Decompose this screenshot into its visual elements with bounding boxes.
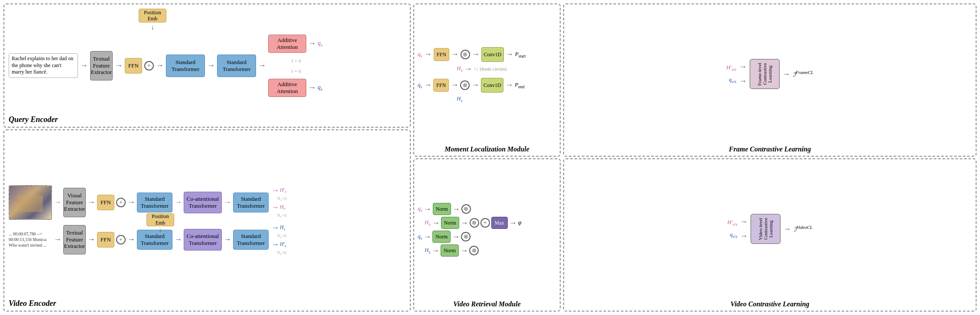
- video-cl-label: Video Contrastive Learning: [730, 300, 809, 308]
- text-extractor-video: Textual Feature Extractor: [63, 225, 86, 254]
- vr-norm2: Norm: [441, 217, 459, 229]
- video-retrieval-label: Video Retrieval Module: [453, 300, 521, 308]
- arrow3: →: [156, 61, 164, 70]
- video-encoder-label: Video Encoder: [9, 299, 56, 308]
- dim1: 1 × d: [269, 58, 323, 63]
- arrow-v2: →: [88, 198, 95, 207]
- arrow-hv-prime: →: [271, 186, 279, 195]
- ml-qs: qs: [418, 81, 422, 89]
- vr-phi: φ: [518, 219, 522, 226]
- video-cl-section: H'v/s qv/s → → Video-level Contrastive L…: [563, 158, 977, 312]
- co-attn-v1: Co-attentional Transformer: [184, 192, 222, 213]
- hs-prime-label: H's: [280, 241, 286, 248]
- ml-pstart: Pstart: [515, 51, 526, 58]
- ml-ffn1: FFN: [434, 48, 449, 61]
- moment-localization-section: qv → FFN → ⊗ → Conv1D → Pstart: [413, 3, 561, 157]
- visual-extractor: Visual Feature Extractor: [63, 188, 86, 217]
- ml-conv1d-1: Conv1D: [481, 47, 504, 62]
- arrow-hv: →: [271, 203, 279, 212]
- ml-mult2: ⊗: [460, 80, 470, 90]
- vr-mult2: ⊗: [470, 218, 479, 228]
- fcl-output: ℐFrameCL: [793, 70, 814, 78]
- frame-cl-label: Frame Contrastive Learning: [729, 145, 811, 153]
- vr-qv: qv: [418, 205, 422, 213]
- std-transformer-v1: Standard Transformer: [137, 193, 172, 212]
- standard-transformer-2: Standard Transformer: [217, 55, 256, 77]
- vcl-block: Video-level Contrastive Learning: [750, 214, 781, 244]
- hv-prime-label: H'v: [280, 187, 286, 194]
- arrow-visual: →: [54, 198, 62, 207]
- co-attn-v2: Co-attentional Transformer: [184, 229, 222, 251]
- hs-label: Hs: [280, 224, 285, 231]
- arrow-t5: →: [224, 235, 231, 244]
- vcl-qvs: qv/s: [730, 231, 737, 239]
- arrow-t2: →: [88, 235, 95, 244]
- std-transformer-v3: Standard Transformer: [233, 193, 269, 212]
- vr-mult1: ⊗: [461, 204, 471, 214]
- plus-v: +: [116, 198, 126, 207]
- arrow-qv: →: [308, 39, 316, 48]
- textual-extractor: Textual Feature Extractor: [90, 51, 113, 80]
- vr-mult3: ⊗: [461, 232, 471, 241]
- arrow5: →: [258, 61, 266, 70]
- vr-mult4: ⊗: [469, 246, 479, 255]
- position-emb: Position Emb: [139, 9, 166, 22]
- arrow2: →: [115, 61, 123, 70]
- frame-cl-section: H'v/s qv/s → → Frame-level Contrastive L…: [563, 3, 977, 157]
- fcl-qvs: qv/s: [729, 76, 736, 84]
- standard-transformer-1: Standard Transformer: [166, 55, 205, 77]
- position-emb-video: Position Emb: [146, 213, 174, 226]
- ffn2-video: FFN: [97, 232, 114, 248]
- arrow-t4: →: [174, 235, 182, 244]
- arrow-t3: →: [127, 235, 135, 244]
- std-transformer-v4: Standard Transformer: [233, 230, 269, 250]
- ml-pend: Pend: [515, 81, 524, 89]
- arrow-qs: →: [308, 83, 316, 92]
- fcl-block: Frame-level Contrastive Learning: [750, 59, 780, 89]
- additive-attention-2: Additive Attention: [268, 79, 306, 97]
- ml-hv: Hv: [457, 65, 463, 73]
- ml-ffn2: FFN: [433, 79, 449, 92]
- arrow-v5: →: [224, 198, 231, 207]
- vr-hv: Hv: [425, 219, 431, 227]
- nv-d2: Nv×d: [271, 213, 286, 219]
- ml-conv1d-2: Conv1D: [481, 78, 503, 93]
- ml-mult1: ⊗: [461, 50, 470, 59]
- vr-norm4: Norm: [441, 244, 459, 257]
- nv-d1: Nv×d: [271, 196, 286, 202]
- subtitle-text: ... 00:00:07,786 --> 00:00:13,156 Monica…: [9, 231, 52, 248]
- additive-attention-1: Additive Attention: [268, 35, 306, 53]
- video-retrieval-section: qv → Norm → ⊗ Hv → Norm → ⊗ + Max: [413, 158, 561, 312]
- vr-max: Max: [491, 217, 508, 229]
- arrow-v3: →: [127, 198, 135, 207]
- ml-hs: Hs: [457, 95, 462, 103]
- arrow-hs: →: [271, 223, 279, 232]
- moment-loc-label: Moment Localization Module: [445, 145, 529, 153]
- vr-qs: qs: [418, 233, 422, 241]
- vr-norm3: Norm: [432, 231, 451, 243]
- plus-circle: +: [144, 61, 154, 71]
- arrow1: →: [80, 61, 88, 70]
- nv-d3: Nv×d: [271, 233, 286, 239]
- video-thumbnail: [9, 185, 52, 220]
- nv-d4: Nv×d: [271, 250, 286, 256]
- arrow-text: →: [54, 235, 62, 244]
- vr-hs: Hs: [425, 247, 430, 254]
- query-text: Rachel explains to her dad on the phone …: [9, 53, 78, 78]
- ffn-block: FFN: [125, 58, 142, 74]
- arrow-hs-prime: →: [271, 240, 279, 249]
- ml-qv: qv: [418, 51, 422, 58]
- qs-label: qs: [318, 84, 322, 92]
- query-encoder-label: Query Encoder: [9, 115, 58, 124]
- dim2: 1 × d: [269, 68, 323, 74]
- vcl-hv-prime: H'v/s: [727, 219, 737, 227]
- vcl-output: ℐVideoCL: [794, 225, 813, 233]
- qv-label: qv: [318, 40, 323, 48]
- plus-t: +: [116, 235, 126, 244]
- arrow4: →: [207, 61, 215, 70]
- ffn1-video: FFN: [97, 195, 114, 210]
- vr-norm1: Norm: [433, 203, 451, 215]
- fcl-hv-prime: H'v/s: [727, 64, 737, 72]
- query-encoder-section: Rachel explains to her dad on the phone …: [3, 3, 411, 128]
- video-encoder-section: → Visual Feature Extractor → FFN + →: [3, 129, 411, 312]
